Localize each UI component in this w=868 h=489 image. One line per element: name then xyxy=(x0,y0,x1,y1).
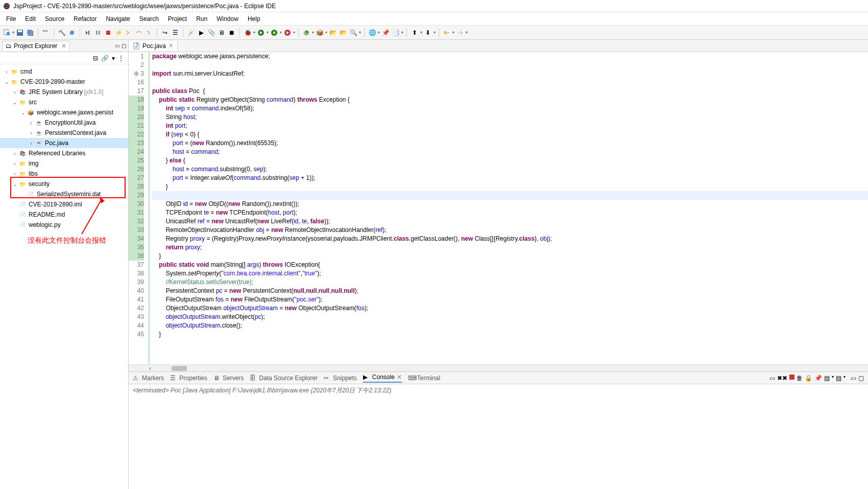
tree-item[interactable]: 📄SerializedSystemIni.dat xyxy=(0,189,128,199)
project-explorer-tab[interactable]: 🗂 Project Explorer ✕ xyxy=(2,41,70,51)
step-into-button[interactable] xyxy=(124,28,133,37)
tree-item[interactable]: ⌄📦weblogic.wsee.jaxws.persist xyxy=(0,107,128,118)
editor-tab-poc[interactable]: J Poc.java ✕ xyxy=(129,41,178,51)
code-line[interactable]: } xyxy=(152,182,868,191)
code-line[interactable]: package weblogic.wsee.jaxws.persistence; xyxy=(152,52,868,61)
new-server-button[interactable]: 🖥 xyxy=(217,28,226,37)
menu-refactor[interactable]: Refactor xyxy=(69,13,101,25)
code-line[interactable]: ObjID id = new ObjID((new Random()).next… xyxy=(152,200,868,208)
tree-item[interactable]: ›☕PersistentContext.java xyxy=(0,128,128,138)
resume-button[interactable] xyxy=(83,28,92,37)
menu-edit[interactable]: Edit xyxy=(21,13,40,25)
filter-button[interactable]: ▾ xyxy=(112,55,115,62)
code-line[interactable] xyxy=(152,61,868,69)
expand-icon[interactable]: ⌄ xyxy=(19,110,27,115)
prev-annotation-button[interactable]: ⬆ xyxy=(410,28,419,37)
menu-search[interactable]: Search xyxy=(135,13,163,25)
bottom-tab-console[interactable]: ▶Console ✕ xyxy=(363,374,402,383)
toggle-mark-button[interactable]: 📑 xyxy=(391,28,400,37)
wand-button[interactable]: 🪄 xyxy=(186,28,196,37)
code-line[interactable]: } xyxy=(152,252,868,261)
view-menu-button[interactable]: ⋮ xyxy=(118,55,124,62)
suspend-button[interactable] xyxy=(93,28,103,37)
expand-icon[interactable]: › xyxy=(11,89,18,95)
menu-source[interactable]: Source xyxy=(41,13,68,25)
code-line[interactable]: if (sep < 0) { xyxy=(152,130,868,139)
coverage-button[interactable] xyxy=(270,28,279,37)
code-editor[interactable]: 12⊕ 316171819202122232425262728293031323… xyxy=(129,52,868,364)
code-line[interactable]: ObjectOutputStream objectOutputStream = … xyxy=(152,304,868,313)
drop-to-frame-button[interactable]: ↪ xyxy=(160,28,170,37)
run-button[interactable] xyxy=(256,28,266,37)
code-line[interactable] xyxy=(152,191,868,200)
tree-item[interactable]: 📄weblogic.py xyxy=(0,220,128,230)
scrollbar-thumb[interactable] xyxy=(172,366,187,371)
console-output[interactable] xyxy=(129,397,868,489)
stop-server-button[interactable]: ⏹ xyxy=(227,28,236,37)
tree-item[interactable]: ›📁libs xyxy=(0,169,128,179)
menu-window[interactable]: Window xyxy=(212,13,243,25)
expand-icon[interactable]: › xyxy=(11,151,18,156)
expand-icon[interactable]: › xyxy=(28,120,35,126)
menu-project[interactable]: Project xyxy=(164,13,191,25)
expand-icon[interactable]: ⌄ xyxy=(11,100,18,105)
open-console-button[interactable]: ▤ xyxy=(836,375,841,382)
code-line[interactable]: UnicastRef ref = new UnicastRef(new Live… xyxy=(152,217,868,226)
expand-icon[interactable]: › xyxy=(28,130,35,136)
clear-console-button[interactable]: 🗑 xyxy=(797,375,803,382)
expand-icon[interactable]: ⌄ xyxy=(11,181,18,187)
bottom-tab-terminal[interactable]: ⌨Terminal xyxy=(408,375,440,382)
code-line[interactable]: //KernelStatus.setIsServer(true); xyxy=(152,278,868,287)
menu-help[interactable]: Help xyxy=(244,13,264,25)
expand-icon[interactable]: › xyxy=(11,161,18,167)
bottom-tab-snippets[interactable]: ✂Snippets xyxy=(324,375,357,382)
expand-icon[interactable]: › xyxy=(3,69,10,75)
link-editor-button[interactable]: 🔗 xyxy=(101,55,109,62)
code-content[interactable]: package weblogic.wsee.jaxws.persistence;… xyxy=(150,52,868,364)
code-line[interactable]: int port; xyxy=(152,122,868,130)
new-java-class-button[interactable]: C xyxy=(302,28,311,37)
tree-item[interactable]: ⌄📁CVE-2019-2890-master xyxy=(0,77,128,87)
open-task-button[interactable]: 📂 xyxy=(339,28,348,37)
code-line[interactable]: objectOutputStream.close(); xyxy=(152,321,868,330)
bottom-tab-properties[interactable]: ☰Properties xyxy=(170,375,207,382)
code-line[interactable]: TCPEndpoint te = new TCPEndpoint(host, p… xyxy=(152,208,868,217)
tree-item[interactable]: ›📁img xyxy=(0,158,128,169)
publish-button[interactable]: 📎 xyxy=(207,28,216,37)
project-tree[interactable]: ›📁cmd⌄📁CVE-2019-2890-master›📚JRE System … xyxy=(0,64,128,489)
expand-icon[interactable]: › xyxy=(28,141,35,146)
step-over-button[interactable] xyxy=(134,28,143,37)
step-return-button[interactable] xyxy=(144,28,154,37)
code-line[interactable]: Registry proxy = (Registry)Proxy.newProx… xyxy=(152,235,868,243)
tree-item[interactable]: 📄README.md xyxy=(0,209,128,220)
code-line[interactable]: port = (new Random()).nextInt(65535); xyxy=(152,139,868,148)
scroll-lock-button[interactable]: 🔒 xyxy=(805,375,812,382)
pin-editor-button[interactable]: 📌 xyxy=(381,28,390,37)
web-browser-button[interactable]: 🌐 xyxy=(368,28,377,37)
remove-launch-button[interactable]: ▭ xyxy=(769,375,775,382)
bottom-tab-servers[interactable]: 🖥Servers xyxy=(213,375,244,382)
tree-item[interactable]: ⌄📁security xyxy=(0,179,128,189)
menu-navigate[interactable]: Navigate xyxy=(102,13,134,25)
open-type-button[interactable]: 📂 xyxy=(328,28,337,37)
terminate-console-button[interactable] xyxy=(789,375,794,382)
code-line[interactable]: host = command.substring(0, sep); xyxy=(152,165,868,174)
close-tab-icon[interactable]: ✕ xyxy=(168,42,173,49)
build-button[interactable]: 🔨 xyxy=(57,28,66,37)
bottom-tab-data-source-explorer[interactable]: 🗄Data Source Explorer xyxy=(250,375,318,382)
code-line[interactable]: String host; xyxy=(152,113,868,122)
tree-item[interactable]: ›☕EncryptionUtil.java xyxy=(0,118,128,128)
start-server-button[interactable]: ▶ xyxy=(197,28,206,37)
terminate-button[interactable] xyxy=(104,28,113,37)
tree-item[interactable]: ›📚Referenced Libraries xyxy=(0,148,128,158)
debug-button[interactable]: 🐞 xyxy=(243,28,252,37)
search-button[interactable]: 🔍 xyxy=(349,28,358,37)
display-console-button[interactable]: ▤ xyxy=(824,375,830,382)
code-line[interactable]: RemoteObjectInvocationHandler obj = new … xyxy=(152,226,868,235)
tree-item[interactable]: ⌄📁src xyxy=(0,97,128,107)
menu-run[interactable]: Run xyxy=(192,13,211,25)
skip-breakpoints-button[interactable] xyxy=(67,28,77,37)
maximize-view-button[interactable]: ▢ xyxy=(122,43,126,49)
save-button[interactable] xyxy=(15,28,25,37)
tree-item[interactable]: 📄CVE-2019-2890.iml xyxy=(0,199,128,209)
